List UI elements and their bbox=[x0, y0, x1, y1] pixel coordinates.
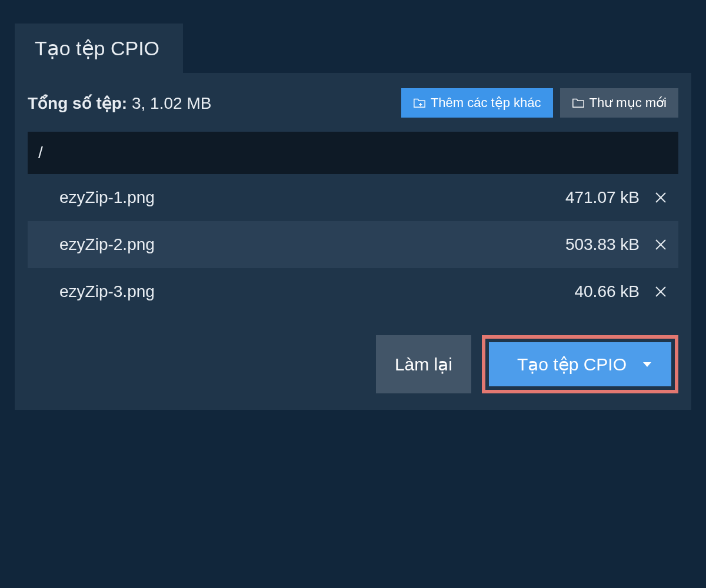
header-buttons: Thêm các tệp khác Thư mục mới bbox=[401, 88, 678, 118]
folder-icon bbox=[572, 97, 585, 109]
file-size: 503.83 kB bbox=[565, 235, 640, 254]
tab-create-cpio[interactable]: Tạo tệp CPIO bbox=[15, 24, 183, 73]
file-right: 40.66 kB bbox=[574, 282, 668, 301]
file-row: ezyZip-3.png 40.66 kB bbox=[28, 268, 678, 315]
total-files-label: Tổng số tệp: bbox=[28, 94, 127, 112]
create-cpio-button[interactable]: Tạo tệp CPIO bbox=[489, 342, 671, 386]
total-files-value: 3, 1.02 MB bbox=[132, 94, 211, 112]
create-button-highlight: Tạo tệp CPIO bbox=[482, 335, 678, 393]
file-name: ezyZip-2.png bbox=[59, 235, 155, 254]
file-name: ezyZip-1.png bbox=[59, 188, 155, 207]
new-folder-label: Thư mục mới bbox=[590, 95, 667, 111]
add-files-label: Thêm các tệp khác bbox=[431, 95, 541, 111]
caret-down-icon bbox=[643, 362, 651, 367]
file-name: ezyZip-3.png bbox=[59, 282, 155, 301]
tab-label: Tạo tệp CPIO bbox=[35, 37, 159, 59]
header-row: Tổng số tệp: 3, 1.02 MB Thêm các tệp khá… bbox=[28, 88, 678, 118]
file-right: 471.07 kB bbox=[565, 188, 668, 207]
folder-plus-icon bbox=[413, 97, 426, 109]
footer-row: Làm lại Tạo tệp CPIO bbox=[28, 335, 678, 393]
close-icon[interactable] bbox=[654, 191, 668, 205]
close-icon[interactable] bbox=[654, 285, 668, 299]
new-folder-button[interactable]: Thư mục mới bbox=[560, 88, 678, 118]
cpio-panel: Tạo tệp CPIO Tổng số tệp: 3, 1.02 MB Thê… bbox=[15, 24, 691, 410]
close-icon[interactable] bbox=[654, 238, 668, 252]
total-files: Tổng số tệp: 3, 1.02 MB bbox=[28, 93, 211, 113]
path-text: / bbox=[38, 143, 43, 162]
reset-button[interactable]: Làm lại bbox=[376, 335, 471, 393]
path-bar[interactable]: / bbox=[28, 132, 678, 174]
reset-label: Làm lại bbox=[395, 354, 452, 375]
file-right: 503.83 kB bbox=[565, 235, 668, 254]
card-body: Tổng số tệp: 3, 1.02 MB Thêm các tệp khá… bbox=[15, 73, 691, 410]
add-files-button[interactable]: Thêm các tệp khác bbox=[401, 88, 553, 118]
file-size: 40.66 kB bbox=[574, 282, 640, 301]
file-row: ezyZip-1.png 471.07 kB bbox=[28, 174, 678, 221]
create-label: Tạo tệp CPIO bbox=[517, 354, 627, 375]
file-size: 471.07 kB bbox=[565, 188, 640, 207]
file-row: ezyZip-2.png 503.83 kB bbox=[28, 221, 678, 268]
